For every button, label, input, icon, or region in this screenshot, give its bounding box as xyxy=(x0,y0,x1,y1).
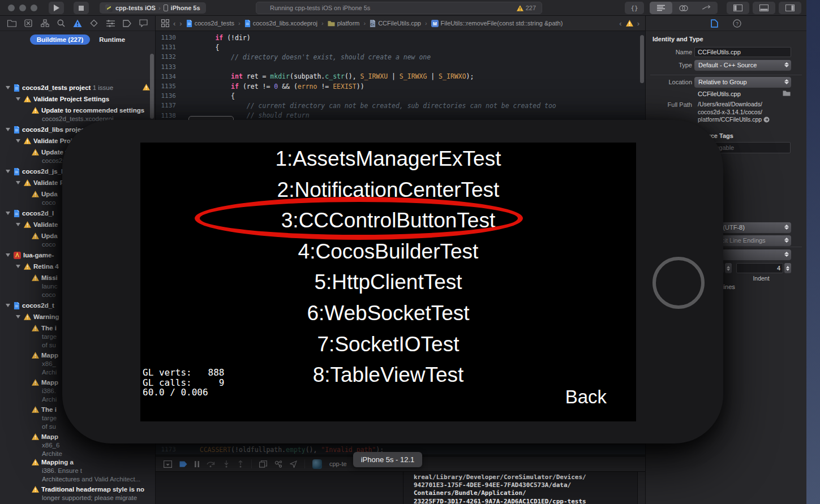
test-navigator-icon[interactable] xyxy=(90,19,98,27)
code-review-button[interactable]: {} xyxy=(625,2,644,14)
disclosure-triangle-icon[interactable] xyxy=(6,253,10,257)
back-history-icon[interactable]: ‹ xyxy=(173,19,175,28)
next-issue-icon[interactable]: › xyxy=(637,19,639,28)
breakpoint-navigator-icon[interactable] xyxy=(123,20,131,27)
breadcrumb-item[interactable]: cocos2d_libs.xcodeproj xyxy=(244,20,317,27)
breadcrumb-item[interactable]: platform xyxy=(328,20,360,27)
code-editor[interactable]: 1130 if (!dir)1131 {1132 // directory do… xyxy=(156,33,639,120)
toggle-inspector-button[interactable] xyxy=(779,2,801,14)
folder-icon[interactable] xyxy=(783,90,791,96)
close-window-icon[interactable] xyxy=(8,5,15,11)
warning-count[interactable]: 227 xyxy=(517,5,536,11)
toolbar: cpp-tests iOS › iPhone 5s Running cpp-te… xyxy=(0,0,806,16)
report-navigator-icon[interactable] xyxy=(139,19,148,27)
project-navigator-icon[interactable] xyxy=(7,20,16,27)
step-out-icon[interactable] xyxy=(237,460,244,468)
stepper-arrows-icon[interactable] xyxy=(784,263,791,273)
indent-width-stepper[interactable]: 4 xyxy=(736,263,791,273)
source-control-icon[interactable] xyxy=(24,19,32,27)
activity-viewer: Running cpp-tests iOS on iPhone 5s 227 xyxy=(256,2,542,14)
test-menu-item[interactable]: 4:CocosBuilderTest xyxy=(140,236,636,268)
pause-icon[interactable] xyxy=(195,461,199,467)
zoom-window-icon[interactable] xyxy=(31,5,37,11)
warning-icon xyxy=(32,191,39,197)
disclosure-triangle-icon[interactable] xyxy=(6,86,10,89)
variables-view[interactable] xyxy=(156,472,403,504)
debug-navigator-icon[interactable] xyxy=(106,20,115,27)
simulator-window[interactable]: 1:AssetsManagerExTest2:NotificationCente… xyxy=(62,120,723,443)
simulate-location-icon[interactable] xyxy=(290,460,297,468)
stop-button[interactable] xyxy=(74,2,89,14)
toggle-navigator-button[interactable] xyxy=(727,2,749,14)
step-over-icon[interactable] xyxy=(207,460,216,467)
disclosure-triangle-icon[interactable] xyxy=(16,181,20,184)
console-output[interactable]: kreal/Library/Developer/CoreSimulator/De… xyxy=(403,472,637,504)
disclosure-triangle-icon[interactable] xyxy=(6,170,10,173)
toggle-debug-area-button[interactable] xyxy=(753,2,775,14)
breadcrumb-item[interactable]: cocos2d_tests xyxy=(186,20,234,27)
test-menu-item[interactable]: 6:WebSocketTest xyxy=(140,298,636,329)
simulator-screen[interactable]: 1:AssetsManagerExTest2:NotificationCente… xyxy=(140,143,636,421)
test-menu-item[interactable]: 7:SocketIOTest xyxy=(140,329,636,360)
disclosure-triangle-icon[interactable] xyxy=(16,139,20,143)
issue-row[interactable]: Validate Project Settings xyxy=(0,94,155,104)
editor-scrollbar[interactable] xyxy=(640,35,644,83)
disclosure-triangle-icon[interactable] xyxy=(16,97,20,101)
code-line: 1137 // current directory can not be cre… xyxy=(156,101,639,110)
disclosure-triangle-icon[interactable] xyxy=(16,265,20,268)
breakpoints-toggle-icon[interactable] xyxy=(179,461,187,467)
breadcrumb-item[interactable]: C+CCFileUtils.cpp xyxy=(370,20,421,27)
navigator-scrollbar[interactable] xyxy=(150,54,154,119)
disclosure-triangle-icon[interactable] xyxy=(6,128,10,131)
warning-icon xyxy=(32,107,39,114)
issue-navigator-icon[interactable] xyxy=(73,19,82,28)
symbol-navigator-icon[interactable] xyxy=(41,19,49,27)
version-editor-button[interactable] xyxy=(695,2,718,14)
name-field[interactable]: CCFileUtils.cpp xyxy=(694,47,791,57)
warning-icon xyxy=(32,406,39,413)
related-items-icon[interactable] xyxy=(161,19,169,27)
running-process-label[interactable]: cpp-te xyxy=(329,460,347,467)
disclosure-triangle-icon[interactable] xyxy=(6,304,10,307)
disclosure-triangle-icon[interactable] xyxy=(6,212,10,215)
previous-issue-icon[interactable]: ‹ xyxy=(619,19,621,28)
tab-runtime[interactable]: Runtime xyxy=(99,36,125,43)
location-dropdown[interactable]: Relative to Group xyxy=(694,77,791,88)
file-inspector-tab[interactable] xyxy=(711,19,718,28)
disclosure-triangle-icon[interactable] xyxy=(16,223,20,226)
home-button[interactable] xyxy=(652,257,705,309)
test-menu-item[interactable]: 1:AssetsManagerExTest xyxy=(140,144,636,175)
forward-history-icon[interactable]: › xyxy=(179,19,182,28)
issue-row[interactable]: cocos2d_tests project 1 issue xyxy=(0,83,155,92)
breadcrumb-item[interactable]: MFileUtils::removeFile(const std::string… xyxy=(431,20,563,27)
line-number: 1134 xyxy=(156,73,184,80)
help-inspector-tab[interactable]: ? xyxy=(733,19,741,28)
window-controls[interactable] xyxy=(8,5,37,11)
scheme-selector[interactable]: cpp-tests iOS › iPhone 5s xyxy=(100,2,206,14)
assistant-editor-button[interactable] xyxy=(672,2,695,14)
issue-title: cocos2d_l xyxy=(22,210,54,217)
issue-title: Upda xyxy=(41,232,58,239)
open-arrow-icon[interactable] xyxy=(763,117,770,123)
run-button[interactable] xyxy=(49,2,64,14)
desktop-background: cpp-tests iOS › iPhone 5s Running cpp-te… xyxy=(0,0,820,504)
standard-editor-button[interactable] xyxy=(650,2,672,14)
breadcrumb-separator: › xyxy=(425,20,427,27)
file-icon xyxy=(14,302,20,309)
back-button[interactable]: Back xyxy=(565,386,607,408)
disclosure-triangle-icon[interactable] xyxy=(16,315,20,318)
type-dropdown[interactable]: Default - C++ Source xyxy=(694,60,791,71)
stepper-arrows-icon[interactable] xyxy=(725,263,732,273)
tab-buildtime[interactable]: Buildtime (227) xyxy=(30,35,90,45)
minimize-window-icon[interactable] xyxy=(19,5,26,11)
console-scrollbar[interactable] xyxy=(637,472,645,504)
search-icon[interactable] xyxy=(57,19,65,27)
test-menu-item[interactable]: 5:HttpClientTest xyxy=(140,267,636,298)
issue-row[interactable]: Traditional headermap style is nolonger … xyxy=(0,485,155,504)
memory-graph-icon[interactable] xyxy=(274,460,282,468)
warning-icon xyxy=(24,96,31,102)
step-into-icon[interactable] xyxy=(223,460,230,468)
view-debugger-icon[interactable] xyxy=(259,460,267,468)
issue-row[interactable]: Mapping ai386. Ensure tArchitectures and… xyxy=(0,458,155,484)
hide-debug-area-icon[interactable] xyxy=(164,460,172,468)
